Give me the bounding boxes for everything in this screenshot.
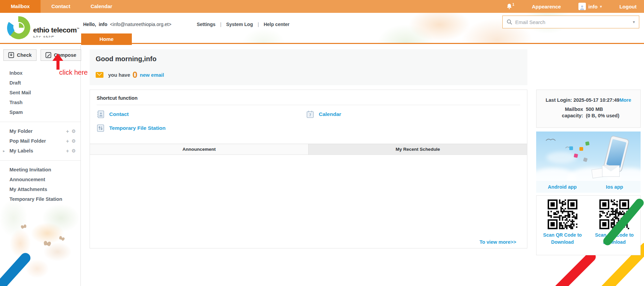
add-label-icon[interactable]: +: [66, 146, 69, 156]
contact-book-icon: [97, 110, 104, 118]
login-info-box: Last Login: 2025-05-17 10:27:49More Mail…: [536, 90, 641, 128]
decor-stripe-red: [553, 250, 598, 286]
view-more-link[interactable]: To view more>>: [479, 239, 516, 245]
divider: [97, 105, 520, 105]
sidebar-item-my-folder[interactable]: My Folder + ⚙: [0, 126, 80, 136]
greeting-box: Good morning,info you have 0 new email: [90, 49, 527, 85]
mailbox-capacity-label: Mailbox capacity:: [557, 106, 583, 119]
divider: [0, 122, 80, 122]
notification-bell[interactable]: 1: [506, 3, 515, 9]
shortcut-calendar[interactable]: 7 Calendar: [306, 110, 341, 118]
new-email-count: 0: [133, 70, 137, 79]
help-center-link[interactable]: Help center: [259, 22, 294, 27]
sidebar-item-spam[interactable]: Spam: [0, 108, 80, 117]
system-log-link[interactable]: System Log: [221, 22, 258, 27]
user-menu[interactable]: info ▾: [578, 3, 602, 10]
sidebar-item-sent-mail[interactable]: Sent Mail: [0, 88, 80, 98]
notification-count-badge: 1: [512, 3, 515, 6]
brand-name: ethio telecom™: [33, 26, 79, 34]
android-qr-caption[interactable]: Scan QR Code to Download: [540, 232, 585, 246]
sidebar-item-draft[interactable]: Draft: [0, 78, 80, 88]
tab-announcement[interactable]: Announcement: [90, 144, 309, 154]
annotation-arrow-icon: [52, 53, 63, 61]
sidebar-item-meeting-invitation[interactable]: Meeting Invitation: [0, 165, 80, 175]
brand-amharic: ኢትዮ ቴሌኮም: [33, 35, 79, 39]
shortcut-temporary-file-station[interactable]: Temporary File Station: [97, 124, 166, 132]
appearance-link[interactable]: Appearence: [532, 4, 561, 9]
sidebar-item-announcement[interactable]: Announcement: [0, 175, 80, 185]
topbar-right-cluster: 1 Appearence info ▾ Logout: [506, 0, 637, 13]
page-greeting: Good morning,info: [96, 55, 157, 63]
gear-icon[interactable]: ⚙: [71, 126, 76, 136]
annotation-arrow-shaft: [56, 61, 59, 70]
hello-label: Hello,: [83, 22, 96, 27]
bird-icon: [546, 138, 556, 142]
shortcut-contact[interactable]: Contact: [97, 110, 129, 118]
main-panel: Shortcut function Contact 7 Calendar Tem…: [90, 90, 527, 248]
email-search-box: ▾: [502, 16, 639, 28]
chevron-down-icon: ▾: [600, 4, 602, 9]
sidebar: Check Compose Inbox Draft Sent Mail Tras…: [0, 45, 81, 286]
calendar-icon: 7: [306, 110, 314, 118]
sidebar-item-my-attachments[interactable]: My Attachments: [0, 185, 80, 194]
sidebar-item-temporary-file-station[interactable]: Temporary File Station: [0, 194, 80, 204]
add-folder-icon[interactable]: +: [66, 126, 69, 136]
tab-my-recent-schedule[interactable]: My Recent Schedule: [309, 144, 527, 154]
user-avatar-icon: [578, 3, 586, 10]
add-folder-icon[interactable]: +: [66, 136, 69, 146]
last-login-value: 2025-05-17 10:27:49: [573, 97, 619, 103]
android-app-link[interactable]: Android app: [536, 184, 589, 190]
sidebar-item-pop-mail-folder[interactable]: Pop Mail Folder + ⚙: [0, 136, 80, 146]
shortcut-calendar-label: Calendar: [319, 111, 341, 117]
svg-text:7: 7: [309, 113, 311, 117]
search-dropdown-caret-icon[interactable]: ▾: [633, 20, 635, 24]
nav-tab-mailbox[interactable]: Mailbox: [0, 0, 41, 13]
shortcut-section-title: Shortcut function: [97, 95, 138, 101]
mailbox-capacity-value: 500 MB: [586, 106, 619, 113]
new-email-row: you have 0 new email: [96, 70, 164, 79]
app-links-row: Android app Ios app: [536, 181, 641, 193]
header-links: Settings | System Log | Help center: [192, 22, 294, 27]
mobile-app-banner: Android app Ios app: [536, 132, 641, 193]
top-navigation-bar: Mailbox Contact Calendar 1 Appearence in…: [0, 0, 644, 13]
bell-icon: [506, 3, 512, 9]
search-icon: [507, 19, 512, 25]
nav-tab-calendar[interactable]: Calendar: [81, 0, 122, 13]
android-qr-cell: Scan QR Code to Download: [536, 196, 589, 255]
sidebar-item-trash[interactable]: Trash: [0, 98, 80, 108]
user-menu-label: info: [588, 4, 598, 9]
more-link[interactable]: More: [619, 97, 631, 103]
shortcut-contact-label: Contact: [109, 111, 129, 117]
nav-tab-contact[interactable]: Contact: [41, 0, 81, 13]
content-tabbar: Announcement My Recent Schedule: [90, 144, 527, 155]
last-login-label: Last Login:: [546, 97, 572, 103]
new-email-link[interactable]: new email: [140, 72, 164, 78]
header: ethio telecom™ ኢትዮ ቴሌኮም Hello, info <inf…: [0, 13, 644, 44]
settings-link[interactable]: Settings: [192, 22, 220, 27]
compose-icon: [45, 52, 51, 58]
tab-home[interactable]: Home: [81, 33, 132, 45]
logout-link[interactable]: Logout: [619, 4, 637, 9]
webmail-home-page: Mailbox Contact Calendar 1 Appearence in…: [0, 0, 644, 286]
check-mail-icon: [8, 52, 14, 58]
expand-arrow-icon[interactable]: ▸: [3, 146, 5, 156]
greeting-line: Hello, info <info@natureethiopia.org.et>: [83, 22, 171, 27]
gear-icon[interactable]: ⚙: [71, 136, 76, 146]
trademark: ™: [77, 27, 79, 30]
ios-app-link[interactable]: Ios app: [589, 184, 641, 190]
mailbox-capacity-used: (0 B, 0% used): [586, 113, 619, 119]
you-have-label: you have: [108, 72, 130, 78]
search-input[interactable]: [515, 19, 630, 25]
app-banner-illustration: [536, 132, 641, 181]
account-email: <info@natureethiopia.org.et>: [110, 22, 171, 27]
shortcut-tfs-label: Temporary File Station: [109, 125, 166, 131]
divider: [0, 160, 80, 161]
gear-icon[interactable]: ⚙: [71, 146, 76, 156]
envelope-icon: [96, 72, 103, 78]
account-name: info: [99, 22, 108, 27]
file-transfer-icon: [97, 124, 104, 132]
sidebar-item-my-labels[interactable]: ▸ My Labels + ⚙: [0, 146, 80, 156]
check-button-label: Check: [17, 52, 32, 58]
check-button[interactable]: Check: [3, 49, 37, 61]
envelope-illustration: [602, 165, 620, 177]
